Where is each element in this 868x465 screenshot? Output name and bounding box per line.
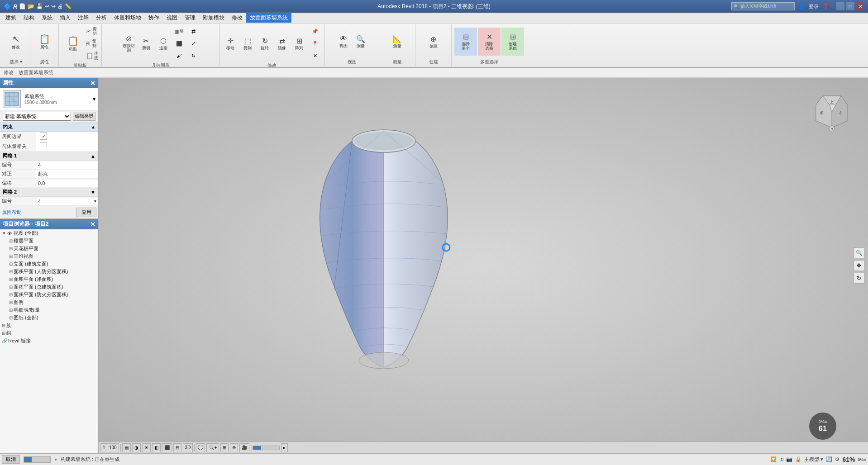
grid2-expand[interactable]: ▼ — [91, 190, 95, 195]
browser-item-area2[interactable]: ⊞ 面积平面 (净面积) — [0, 275, 98, 283]
crop-btn[interactable]: ⬛ — [162, 443, 172, 452]
grid2-dropdown-arrow[interactable]: ▾ — [94, 199, 96, 204]
menu-item-structure[interactable]: 结构 — [20, 13, 38, 23]
join-button[interactable]: ⬡ 连接 — [155, 31, 172, 56]
settings-icon[interactable]: ⚙ — [835, 456, 839, 462]
search-input-container[interactable]: 🔍 输入关键字或短语 — [731, 2, 795, 10]
move-button[interactable]: ✛ 移动 — [222, 31, 238, 56]
cut-geometry-button[interactable]: ✂ 剪切 — [138, 31, 154, 56]
prop-type-arrow[interactable]: ▾ — [93, 96, 95, 102]
new-icon[interactable]: 📄 — [19, 3, 26, 9]
project-browser-close-button[interactable]: ✕ — [90, 221, 95, 228]
menu-item-manage[interactable]: 管理 — [181, 13, 199, 23]
modify-button[interactable]: ↖ 修改 — [5, 28, 27, 56]
save-icon[interactable]: 💾 — [36, 3, 43, 9]
browser-item-legend[interactable]: ⊞ 图例 — [0, 299, 98, 306]
mirror2-button[interactable]: ⇄ 镜像 — [274, 31, 290, 56]
hide-crop-btn[interactable]: ⊟ — [173, 443, 181, 452]
paste-button[interactable]: 📋 粘贴 — [62, 29, 84, 57]
close-button[interactable]: ✕ — [856, 2, 864, 10]
hide-button[interactable]: 🔍 测量 — [353, 29, 369, 54]
measure-btn[interactable]: 📐 测量 — [389, 29, 405, 54]
visual-style-btn[interactable]: ◑ — [132, 443, 141, 452]
menu-item-insert[interactable]: 插入 — [56, 13, 74, 23]
browser-item-groups[interactable]: ⊞ 组 — [0, 329, 98, 337]
orbit-icon[interactable]: ↻ — [854, 273, 864, 284]
menu-item-place-curtain[interactable]: 放置面幕墙系统 — [246, 13, 291, 23]
prop-grid2-num-value[interactable]: 4 ▾ — [36, 198, 98, 205]
grid1-expand[interactable]: ▲ — [91, 153, 95, 159]
constraints-expand-btn[interactable]: ▲ — [91, 124, 95, 129]
scale-button[interactable]: ⤢ — [187, 38, 200, 49]
section-box-btn[interactable]: ⊞ — [220, 443, 229, 452]
volume-checkbox[interactable] — [40, 142, 47, 149]
delete-button[interactable]: ✕ — [308, 50, 322, 62]
browser-item-floor-plan[interactable]: ⊞ 楼层平面 — [0, 237, 98, 245]
redo-icon[interactable]: ↪ — [51, 3, 56, 9]
pan-icon[interactable]: ✥ — [854, 260, 864, 271]
browser-item-area3[interactable]: ⊞ 面积平面 (总建筑面积) — [0, 283, 98, 291]
3d-view-btn[interactable]: 3D — [183, 443, 193, 452]
zoom-in-btn[interactable]: 🔍+ — [206, 443, 219, 452]
split-button[interactable]: ⬛ — [172, 38, 186, 49]
menu-item-annotate[interactable]: 注释 — [74, 13, 92, 23]
login-label[interactable]: 登录 — [809, 3, 819, 10]
create-btn[interactable]: ⊕ 创建 — [425, 29, 442, 54]
browser-item-ceiling[interactable]: ⊞ 天花板平面 — [0, 245, 98, 252]
cancel-button[interactable]: 取消 — [2, 455, 20, 464]
viewcube[interactable]: 上 右 前 N — [809, 87, 854, 132]
array-button[interactable]: ⊞ 阵列 — [291, 31, 307, 56]
prop-grid1-align-value[interactable]: 起点 — [36, 170, 98, 178]
prop-room-boundary-value[interactable]: ✓ — [36, 132, 98, 141]
menu-item-collaborate[interactable]: 协作 — [145, 13, 163, 23]
breadcrumb-modify[interactable]: 修改 — [4, 69, 14, 76]
undo-icon[interactable]: ↩ — [45, 3, 49, 9]
select-multiple-button[interactable]: ⊟ 选择多个 — [454, 28, 477, 56]
paint-button[interactable]: 🖌 — [172, 50, 186, 62]
sync-icon[interactable]: 🔄 — [826, 456, 832, 462]
menu-item-analyze[interactable]: 分析 — [92, 13, 110, 23]
paste2-button[interactable]: 📋 连接 — [85, 50, 99, 62]
browser-item-schedule[interactable]: ⊞ 明细表/数量 — [0, 306, 98, 314]
prop-type-dropdown[interactable]: 新建 幕墙系统 — [3, 112, 71, 121]
workset-dropdown[interactable]: 主模型 ▾ — [804, 456, 823, 463]
edit-type-button[interactable]: 编辑类型 — [73, 112, 95, 121]
zoom-icon[interactable]: 🔍 — [854, 247, 864, 258]
nav-wheel[interactable]: 0⅙s 61 — [809, 413, 836, 440]
minimize-button[interactable]: — — [836, 2, 844, 10]
prop-volume-value[interactable] — [36, 141, 98, 151]
copy-button[interactable]: ⎘ 复制 — [85, 38, 99, 49]
zoom-to-fit-btn[interactable]: ⛶ — [196, 443, 205, 452]
pin-button[interactable]: 📌 — [308, 25, 322, 37]
browser-item-families[interactable]: ⊞ 族 — [0, 322, 98, 329]
open-icon[interactable]: 📂 — [28, 3, 34, 9]
browser-item-views[interactable]: ▼ 👁 视图 (全部) — [0, 229, 98, 237]
prop-grid1-num-value[interactable]: 4 — [36, 161, 98, 169]
browser-item-3d[interactable]: ⊞ 三维视图 — [0, 252, 98, 260]
browser-item-revit-links[interactable]: 🔗 Revit 链接 — [0, 337, 98, 345]
maximize-button[interactable]: □ — [846, 2, 854, 10]
mirror1-button[interactable]: ⇄ — [187, 25, 200, 37]
prop-grid1-offset-value[interactable]: 0.0 — [36, 180, 98, 187]
clear-selection-button[interactable]: ✕ 清除选择 — [478, 28, 501, 56]
menu-item-massing[interactable]: 体量和场地 — [110, 13, 145, 23]
measure-icon[interactable]: 📏 — [65, 3, 72, 9]
join-cut-button[interactable]: ⊘ 连接切割 — [121, 31, 137, 56]
show-camera-btn[interactable]: 🎥 — [239, 443, 249, 452]
shadow-btn[interactable]: ◧ — [152, 443, 161, 452]
menu-item-modify[interactable]: 修改 — [228, 13, 246, 23]
cut-button[interactable]: ✂ 剪切 — [85, 25, 99, 37]
expand-icon[interactable]: ▸ — [281, 443, 288, 452]
sun-btn[interactable]: ☀ — [142, 443, 151, 452]
menu-item-addins[interactable]: 附加模块 — [199, 13, 228, 23]
print-icon[interactable]: 🖨 — [57, 3, 63, 9]
properties-button[interactable]: 📋 属性 — [33, 28, 56, 56]
browser-item-area1[interactable]: ⊞ 面积平面 (人防分区面积) — [0, 268, 98, 275]
breadcrumb-place-curtain[interactable]: 放置面幕墙系统 — [19, 69, 53, 76]
viewport[interactable]: 上 右 前 N 🔍 ✥ ↻ 1 : 100 — [99, 78, 868, 453]
scale-btn[interactable]: 1 : 100 — [100, 443, 119, 452]
create-system-button[interactable]: ⊞ 创建系统 — [501, 28, 524, 56]
rotate2-button[interactable]: ↻ 旋转 — [257, 31, 273, 56]
view-button[interactable]: 👁 视图 — [335, 29, 352, 54]
room-boundary-checkbox[interactable]: ✓ — [40, 133, 47, 140]
